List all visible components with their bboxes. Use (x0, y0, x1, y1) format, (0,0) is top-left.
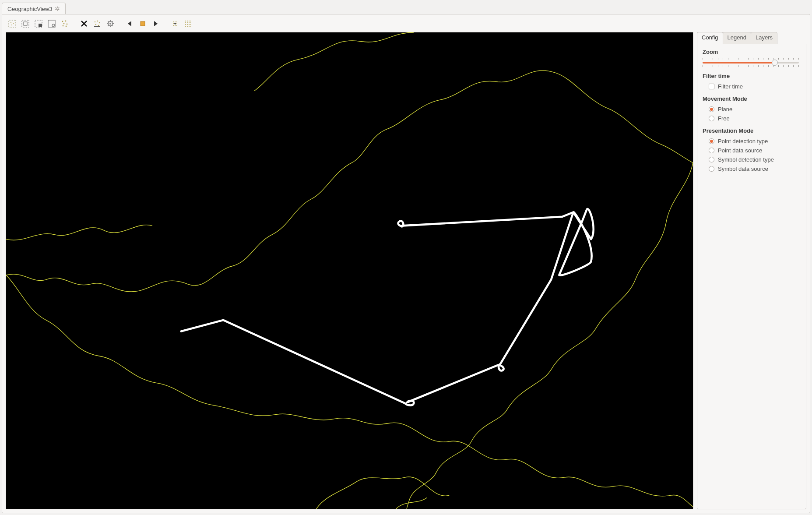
grid-all-button[interactable] (183, 18, 194, 29)
svg-point-31 (175, 25, 176, 26)
stop-icon (138, 19, 147, 28)
radio-label: Point data source (718, 147, 762, 154)
svg-point-14 (63, 25, 64, 27)
radio-label: Symbol data source (718, 166, 768, 172)
toolbar (6, 18, 806, 32)
slider-ticks-bot (703, 65, 799, 67)
presentation-symbol-source[interactable]: Symbol data source (703, 164, 801, 173)
slider-thumb[interactable] (772, 60, 778, 66)
config-panel-body: Zoom Filter time Filter time Movement Mo… (697, 44, 806, 509)
svg-point-47 (189, 26, 190, 27)
svg-point-39 (189, 22, 190, 23)
select-add-icon (34, 19, 43, 28)
svg-point-18 (99, 22, 100, 23)
svg-point-11 (65, 21, 67, 22)
radio-icon[interactable] (709, 106, 714, 112)
svg-point-37 (185, 22, 186, 23)
svg-point-2 (13, 23, 14, 24)
radio-label: Symbol detection type (718, 156, 774, 163)
svg-point-9 (52, 24, 55, 27)
svg-point-28 (173, 23, 174, 24)
settings-button[interactable] (105, 18, 116, 29)
svg-point-26 (175, 21, 176, 22)
svg-point-29 (176, 23, 177, 24)
tab-config[interactable]: Config (697, 32, 723, 44)
svg-point-19 (95, 24, 96, 25)
main-row: Config Legend Layers Zoom Filter time (6, 32, 806, 509)
svg-point-16 (95, 21, 95, 22)
presentation-point-source[interactable]: Point data source (703, 146, 801, 155)
scatter-points-button[interactable] (91, 18, 103, 29)
map-svg (6, 32, 693, 509)
select-invert-icon (47, 19, 56, 28)
radio-label: Point detection type (718, 138, 768, 145)
svg-point-1 (11, 22, 11, 23)
svg-point-34 (187, 21, 188, 21)
window-tab-geographic-view[interactable]: GeographicView3 ✲ (2, 3, 66, 14)
svg-rect-0 (9, 20, 16, 27)
svg-point-32 (176, 25, 177, 26)
select-rect-button[interactable] (20, 18, 31, 29)
select-add-button[interactable] (33, 18, 44, 29)
play-forward-icon (151, 19, 160, 28)
select-area-button[interactable] (7, 18, 18, 29)
svg-point-20 (98, 25, 99, 26)
svg-point-42 (187, 24, 188, 25)
select-scatter-icon (60, 19, 69, 28)
window-tab-label: GeographicView3 (7, 6, 52, 12)
gear-icon: ✲ (55, 5, 60, 12)
svg-point-27 (176, 21, 177, 22)
movement-mode-plane[interactable]: Plane (703, 105, 801, 114)
svg-rect-4 (22, 20, 29, 27)
svg-rect-5 (24, 22, 27, 25)
play-back-button[interactable] (124, 18, 135, 29)
presentation-mode-title: Presentation Mode (703, 127, 801, 134)
radio-icon[interactable] (709, 138, 714, 144)
svg-point-46 (187, 26, 188, 27)
checkbox-icon[interactable] (709, 84, 714, 89)
radio-icon[interactable] (709, 116, 714, 121)
presentation-point-detection[interactable]: Point detection type (703, 137, 801, 146)
svg-point-17 (97, 21, 98, 21)
play-forward-button[interactable] (150, 18, 162, 29)
radio-icon[interactable] (709, 166, 714, 172)
svg-point-10 (62, 21, 63, 22)
svg-point-36 (190, 21, 191, 21)
svg-point-38 (187, 22, 188, 23)
play-back-icon (125, 19, 134, 28)
svg-point-13 (67, 24, 68, 25)
svg-point-35 (189, 21, 190, 21)
zoom-slider[interactable] (703, 58, 799, 68)
select-invert-button[interactable] (46, 18, 57, 29)
svg-point-40 (190, 22, 191, 23)
svg-point-41 (185, 24, 186, 25)
svg-rect-24 (141, 21, 145, 26)
grid-add-button[interactable] (169, 18, 181, 29)
svg-point-48 (190, 26, 191, 27)
select-rect-icon (21, 19, 30, 28)
slider-fill (703, 62, 775, 63)
filter-time-checkbox-row[interactable]: Filter time (703, 82, 801, 91)
radio-icon[interactable] (709, 157, 714, 162)
clear-button[interactable] (78, 18, 90, 29)
movement-mode-free[interactable]: Free (703, 114, 801, 123)
stop-button[interactable] (137, 18, 148, 29)
filter-time-label: Filter time (718, 83, 743, 90)
svg-rect-8 (48, 20, 55, 27)
window-tabbar: GeographicView3 ✲ (0, 0, 812, 14)
svg-point-45 (185, 26, 186, 27)
select-area-icon (8, 19, 17, 28)
radio-label: Plane (718, 106, 732, 113)
content-frame: Config Legend Layers Zoom Filter time (2, 14, 810, 513)
select-scatter-button[interactable] (59, 18, 70, 29)
radio-icon[interactable] (709, 148, 714, 153)
svg-point-23 (109, 23, 111, 25)
presentation-symbol-detection[interactable]: Symbol detection type (703, 155, 801, 164)
svg-rect-21 (94, 26, 100, 27)
grid-all-icon (184, 19, 193, 28)
map-canvas[interactable] (6, 32, 693, 509)
tab-legend[interactable]: Legend (723, 32, 751, 44)
tab-layers[interactable]: Layers (751, 32, 777, 44)
side-tabs: Config Legend Layers (697, 32, 806, 44)
grid-add-icon (171, 19, 179, 28)
